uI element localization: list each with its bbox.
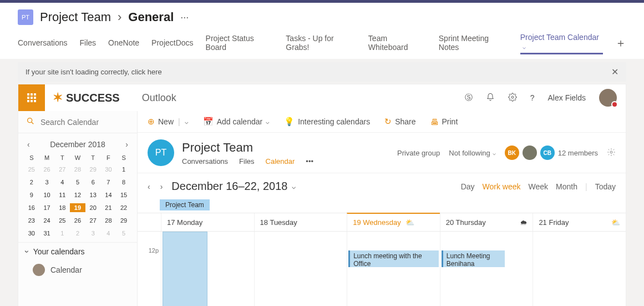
mini-cal-day[interactable]: 13 — [85, 190, 101, 199]
group-tab-conversations[interactable]: Conversations — [182, 157, 228, 165]
next-week-icon[interactable]: › — [160, 182, 163, 191]
mini-cal-day[interactable]: 30 — [101, 165, 116, 174]
mini-cal-day[interactable]: 15 — [116, 190, 131, 199]
day-header-tue[interactable]: 18 Tuesday — [254, 213, 347, 231]
group-more-icon[interactable]: ••• — [306, 157, 313, 165]
team-name[interactable]: Project Team — [40, 10, 111, 24]
close-icon[interactable]: ✕ — [611, 67, 618, 77]
calendar-chip[interactable]: Project Team — [160, 199, 210, 210]
calendar-grid[interactable]: 12p Lunch meeting with the Office Lunch … — [138, 232, 626, 306]
channel-name[interactable]: General — [128, 10, 174, 24]
mini-cal-day[interactable]: 14 — [101, 190, 116, 199]
mini-cal-day[interactable]: 29 — [85, 165, 101, 174]
mini-cal-day[interactable]: 24 — [39, 216, 55, 225]
group-follow-toggle[interactable]: Not following ⌵ — [449, 149, 495, 157]
mini-cal-day[interactable]: 28 — [101, 216, 116, 225]
member-count[interactable]: 12 members — [558, 149, 598, 157]
search-calendar[interactable] — [18, 111, 137, 133]
day-cell-fri[interactable] — [533, 232, 626, 306]
mini-cal-day[interactable]: 26 — [70, 216, 85, 225]
day-header-thu[interactable]: 20 Thursday 🌧 — [440, 213, 533, 231]
mini-cal-day[interactable]: 27 — [85, 216, 101, 225]
mini-cal-day[interactable]: 9 — [24, 190, 39, 199]
mini-cal-month[interactable]: December 2018 — [50, 140, 105, 149]
mini-cal-day[interactable]: 10 — [39, 190, 55, 199]
tab-team-whiteboard[interactable]: Team Whiteboard — [368, 32, 427, 54]
group-privacy[interactable]: Private group — [397, 149, 440, 157]
view-month[interactable]: Month — [556, 182, 577, 191]
mini-cal-day[interactable]: 16 — [24, 203, 39, 212]
mini-cal-day[interactable]: 22 — [116, 203, 131, 212]
mini-cal-day[interactable]: 1 — [116, 165, 131, 174]
mini-cal-day[interactable]: 30 — [24, 229, 39, 238]
next-month-icon[interactable]: › — [125, 140, 128, 149]
skype-icon[interactable]: Ⓢ — [465, 93, 473, 103]
member-chip[interactable]: BK — [505, 146, 519, 160]
mini-cal-day[interactable]: 1 — [54, 229, 70, 238]
mini-cal-day[interactable]: 29 — [116, 216, 131, 225]
mini-cal-day[interactable]: 5 — [116, 229, 131, 238]
mini-cal-day[interactable]: 3 — [39, 178, 55, 187]
site-loading-notice[interactable]: If your site isn't loading correctly, cl… — [18, 62, 626, 82]
mini-cal-day[interactable]: 4 — [54, 178, 70, 187]
mini-cal-day[interactable]: 4 — [101, 229, 116, 238]
day-cell-mon[interactable] — [161, 232, 254, 306]
avatar[interactable] — [599, 89, 617, 107]
search-input[interactable] — [40, 118, 118, 127]
group-tab-calendar[interactable]: Calendar — [266, 157, 295, 165]
tab-conversations[interactable]: Conversations — [18, 36, 68, 49]
mini-cal-day[interactable]: 21 — [101, 203, 116, 212]
your-calendars-toggle[interactable]: › Your calendars — [18, 243, 137, 260]
app-launcher-icon[interactable] — [18, 84, 45, 111]
day-cell-thu[interactable]: Lunch Meeting Benihana — [440, 232, 533, 306]
view-week[interactable]: Week — [529, 182, 549, 191]
mini-cal-day[interactable]: 26 — [39, 165, 55, 174]
mini-cal-day[interactable]: 19 — [70, 203, 85, 212]
share-button[interactable]: ↻ Share — [384, 117, 415, 127]
help-icon[interactable]: ? — [530, 93, 535, 102]
event-lunch-benihana[interactable]: Lunch Meeting Benihana — [442, 250, 505, 267]
interesting-calendars-button[interactable]: 💡 Interesting calendars — [284, 117, 370, 127]
mini-cal-day[interactable]: 6 — [85, 178, 101, 187]
day-header-mon[interactable]: 17 Monday — [161, 213, 254, 231]
add-calendar-button[interactable]: 📅 Add calendar ⌵ — [203, 117, 270, 127]
mini-cal-day[interactable]: 25 — [54, 216, 70, 225]
date-range-picker[interactable]: December 16–22, 2018 ⌵ — [171, 180, 296, 193]
prev-week-icon[interactable]: ‹ — [148, 182, 150, 191]
mini-cal-day[interactable]: 12 — [70, 190, 85, 199]
mini-cal-day[interactable]: 23 — [24, 216, 39, 225]
mini-cal-day[interactable]: 20 — [85, 203, 101, 212]
notifications-icon[interactable] — [486, 93, 495, 103]
new-button[interactable]: ⊕ New | ⌵ — [148, 117, 189, 127]
busy-block[interactable] — [163, 232, 207, 306]
mini-cal-day[interactable]: 3 — [85, 229, 101, 238]
mini-cal-day[interactable]: 2 — [70, 229, 85, 238]
mini-cal-day[interactable]: 18 — [54, 203, 70, 212]
mini-cal-day[interactable]: 28 — [70, 165, 85, 174]
prev-month-icon[interactable]: ‹ — [27, 140, 30, 149]
mini-cal-day[interactable]: 5 — [70, 178, 85, 187]
mini-cal-day[interactable]: 27 — [54, 165, 70, 174]
mini-cal-day[interactable]: 2 — [24, 178, 39, 187]
mini-cal-day[interactable]: 8 — [116, 178, 131, 187]
event-lunch-office[interactable]: Lunch meeting with the Office — [348, 250, 439, 267]
day-cell-wed[interactable]: Lunch meeting with the Office — [347, 232, 440, 306]
channel-more-icon[interactable]: ··· — [180, 12, 189, 23]
tab-onenote[interactable]: OneNote — [108, 36, 139, 49]
tab-sprint-notes[interactable]: Sprint Meeting Notes — [439, 32, 508, 54]
gear-icon[interactable] — [607, 148, 616, 158]
group-tab-files[interactable]: Files — [239, 157, 254, 165]
tab-tasks[interactable]: Tasks - Up for Grabs! — [286, 32, 356, 54]
day-header-wed[interactable]: 19 Wednesday ⛅ — [347, 213, 440, 231]
print-button[interactable]: 🖶 Print — [430, 117, 458, 127]
tab-project-status-board[interactable]: Project Status Board — [206, 32, 274, 54]
mini-cal-day[interactable]: 31 — [39, 229, 55, 238]
member-chip[interactable] — [523, 146, 537, 160]
mini-cal-day[interactable]: 17 — [39, 203, 55, 212]
tab-files[interactable]: Files — [80, 36, 97, 49]
mini-cal-day[interactable]: 25 — [24, 165, 39, 174]
today-button[interactable]: Today — [595, 182, 616, 191]
add-tab-button[interactable]: ＋ — [615, 39, 626, 47]
day-cell-tue[interactable] — [254, 232, 347, 306]
group-members[interactable]: BK CB 12 members — [505, 146, 598, 160]
